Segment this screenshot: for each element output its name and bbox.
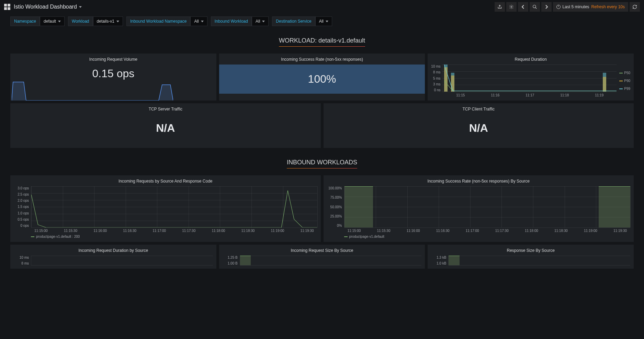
zoom-out-icon bbox=[532, 4, 537, 9]
panels-row-1: Incoming Request Volume 0.15 ops Incomin… bbox=[0, 54, 644, 103]
panels-row-3: Incoming Requests by Source And Response… bbox=[0, 175, 644, 245]
panel-request-duration[interactable]: Request Duration 10 ms 8 ms 5 ms 3 ms 0 … bbox=[428, 54, 634, 101]
sparkline bbox=[12, 80, 173, 101]
caret-down-icon bbox=[262, 21, 265, 22]
graph-plot bbox=[31, 186, 317, 227]
stat-value: 0.15 ops bbox=[14, 67, 213, 80]
filter-value-namespace[interactable]: default bbox=[40, 16, 65, 26]
graph-plot bbox=[240, 256, 422, 265]
graph-xaxis: 11:15:00 11:15:30 11:16:00 11:16:30 11:1… bbox=[344, 229, 631, 233]
panel-title: Incoming Request Volume bbox=[14, 57, 213, 62]
section-header-inbound: INBOUND WORKLOADS bbox=[0, 159, 644, 168]
panel-title: Response Size By Source bbox=[431, 248, 630, 253]
panel-tcp-client-traffic[interactable]: TCP Client Traffic N/A bbox=[324, 103, 634, 148]
graph-legend: productpage-v1.default : 200 bbox=[31, 235, 317, 238]
topbar-right: Last 5 minutes Refresh every 10s bbox=[495, 2, 640, 12]
caret-down-icon bbox=[201, 21, 204, 22]
filter-inbound-workload: Inbound Workload All bbox=[211, 16, 269, 26]
panel-title: Incoming Request Duration by Source bbox=[14, 248, 213, 253]
panel-incoming-request-size[interactable]: Incoming Request Size By Source 1.25 B 1… bbox=[219, 245, 425, 269]
panel-incoming-success-by-source[interactable]: Incoming Success Rate (non-5xx responses… bbox=[324, 175, 634, 242]
graph-legend: productpage-v1.default bbox=[344, 235, 631, 238]
panels-row-4: Incoming Request Duration by Source 10 m… bbox=[0, 245, 644, 271]
filter-workload: Workload details-v1 bbox=[68, 16, 123, 26]
settings-button[interactable] bbox=[506, 2, 517, 12]
chevron-left-icon bbox=[521, 4, 525, 9]
panel-incoming-request-volume[interactable]: Incoming Request Volume 0.15 ops bbox=[10, 54, 216, 101]
panel-title: Incoming Requests by Source And Response… bbox=[14, 179, 317, 184]
graph-yaxis: 1.25 B 1.00 B bbox=[223, 256, 240, 265]
panel-incoming-success-rate[interactable]: Incoming Success Rate (non-5xx responses… bbox=[219, 54, 425, 101]
graph-yaxis: 10 ms 8 ms bbox=[14, 256, 31, 265]
svg-point-1 bbox=[533, 5, 535, 8]
dashboard-grid-icon[interactable] bbox=[4, 4, 10, 10]
panel-title: TCP Server Traffic bbox=[14, 107, 317, 112]
zoom-button[interactable] bbox=[530, 2, 540, 12]
panel-incoming-duration-by-source[interactable]: Incoming Request Duration by Source 10 m… bbox=[10, 245, 216, 269]
prev-button[interactable] bbox=[518, 2, 528, 12]
dashboard-title-dropdown[interactable]: Istio Workload Dashboard bbox=[14, 4, 82, 10]
graph-yaxis: 3.0 ops 2.5 ops 2.0 ops 1.5 ops 1.0 ops … bbox=[14, 186, 31, 227]
filter-label: Inbound Workload bbox=[211, 16, 252, 26]
gear-icon bbox=[509, 4, 514, 9]
panel-tcp-server-traffic[interactable]: TCP Server Traffic N/A bbox=[10, 103, 321, 148]
graph-yaxis: 100.00% 75.00% 50.00% 25.00% 0% bbox=[327, 186, 344, 227]
filter-label: Namespace bbox=[10, 16, 40, 26]
refresh-interval-label: Refresh every 10s bbox=[591, 4, 625, 9]
chart-plot bbox=[442, 65, 617, 92]
filter-namespace: Namespace default bbox=[10, 16, 65, 26]
caret-down-icon bbox=[58, 21, 61, 22]
graph-plot bbox=[31, 256, 213, 265]
refresh-button[interactable] bbox=[630, 2, 640, 12]
svg-point-0 bbox=[511, 6, 512, 8]
filter-destination-service: Destination Service All bbox=[272, 16, 332, 26]
filter-value-workload[interactable]: details-v1 bbox=[93, 16, 123, 26]
panel-response-size[interactable]: Response Size By Source 1.3 kB 1.0 kB bbox=[428, 245, 634, 269]
filter-label: Destination Service bbox=[272, 16, 315, 26]
topbar: Istio Workload Dashboard Last 5 minutes … bbox=[0, 0, 644, 14]
stat-value: N/A bbox=[327, 122, 631, 135]
share-button[interactable] bbox=[495, 2, 505, 12]
time-range-label: Last 5 minutes bbox=[563, 4, 589, 9]
stat-value: 100% bbox=[308, 73, 336, 85]
section-header-workload: WORKLOAD: details-v1.default bbox=[0, 37, 644, 47]
panels-row-2: TCP Server Traffic N/A TCP Client Traffi… bbox=[0, 103, 644, 151]
chart-yaxis: 10 ms 8 ms 5 ms 3 ms 0 ns bbox=[431, 65, 442, 92]
caret-down-icon bbox=[79, 6, 82, 8]
filter-value-destination-service[interactable]: All bbox=[315, 16, 332, 26]
chart-xaxis: 11:15 11:16 11:17 11:18 11:19 bbox=[443, 93, 617, 97]
chart-legend: P50 P90 P99 bbox=[617, 65, 630, 97]
panel-title: TCP Client Traffic bbox=[327, 107, 631, 112]
panel-title: Incoming Request Size By Source bbox=[223, 248, 422, 253]
graph-xaxis: 11:15:00 11:15:30 11:16:00 11:16:30 11:1… bbox=[31, 229, 317, 233]
section-title: INBOUND WORKLOADS bbox=[287, 159, 357, 168]
clock-icon bbox=[556, 5, 561, 9]
caret-down-icon bbox=[326, 21, 328, 22]
graph-plot bbox=[448, 256, 630, 265]
panel-title: Incoming Success Rate (non-5xx responses… bbox=[223, 57, 422, 62]
template-variables-bar: Namespace default Workload details-v1 In… bbox=[0, 14, 644, 29]
refresh-icon bbox=[632, 4, 637, 9]
filter-label: Workload bbox=[68, 16, 93, 26]
panel-title: Request Duration bbox=[431, 57, 630, 62]
filter-value-inbound-namespace[interactable]: All bbox=[190, 16, 207, 26]
caret-down-icon bbox=[116, 21, 119, 22]
dashboard-title: Istio Workload Dashboard bbox=[14, 4, 77, 10]
graph-plot bbox=[344, 186, 631, 227]
graph-yaxis: 1.3 kB 1.0 kB bbox=[431, 256, 448, 265]
time-picker-button[interactable]: Last 5 minutes Refresh every 10s bbox=[553, 2, 628, 12]
section-title: WORKLOAD: details-v1.default bbox=[279, 37, 365, 47]
success-bar: 100% bbox=[219, 65, 425, 94]
filter-label: Inbound Workload Namespace bbox=[126, 16, 191, 26]
filter-value-inbound-workload[interactable]: All bbox=[252, 16, 269, 26]
next-button[interactable] bbox=[541, 2, 552, 12]
panel-incoming-requests-by-source[interactable]: Incoming Requests by Source And Response… bbox=[10, 175, 321, 242]
share-icon bbox=[497, 4, 502, 9]
topbar-left: Istio Workload Dashboard bbox=[4, 4, 82, 10]
filter-inbound-namespace: Inbound Workload Namespace All bbox=[126, 16, 207, 26]
panel-title: Incoming Success Rate (non-5xx responses… bbox=[327, 179, 631, 184]
stat-value: N/A bbox=[14, 122, 317, 135]
chevron-right-icon bbox=[545, 4, 548, 9]
